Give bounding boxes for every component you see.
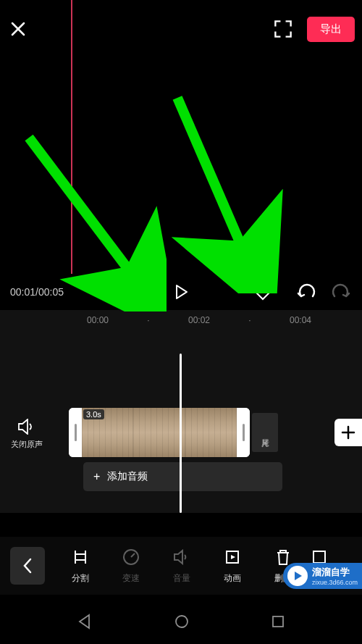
clip-thumbnails: 3.0s (82, 408, 237, 457)
watermark-url: zixue.3d66.com (312, 579, 358, 586)
clip-trim-end[interactable] (237, 408, 250, 457)
chevron-left-icon (22, 558, 33, 574)
add-keyframe-button[interactable]: + (252, 283, 274, 301)
watermark-badge: 溜溜自学 zixue.3d66.com (283, 563, 362, 589)
current-time: 00:01 (10, 286, 35, 298)
video-clip[interactable]: 3.0s (69, 408, 250, 457)
add-audio-label: 添加音频 (107, 470, 148, 483)
total-time: 00:05 (38, 286, 64, 298)
volume-tool[interactable]: 音量 (156, 548, 207, 585)
top-bar: 导出 (0, 11, 362, 47)
add-clip-button[interactable] (334, 419, 362, 446)
ruler-dot: · (123, 315, 174, 325)
add-audio-button[interactable]: + 添加音频 (83, 462, 282, 491)
mute-label: 关闭原声 (11, 439, 43, 450)
speed-icon (122, 548, 140, 566)
watermark-logo-icon (287, 566, 308, 586)
tool-label: 动画 (224, 572, 241, 585)
watermark-title: 溜溜自学 (312, 566, 358, 579)
svg-point-6 (176, 616, 188, 627)
tool-label: 分割 (72, 572, 89, 585)
undo-button[interactable] (297, 283, 317, 301)
close-icon (10, 21, 26, 37)
animation-tool[interactable]: 动画 (207, 548, 258, 585)
time-display: 00:01/00:05 (10, 286, 64, 298)
tail-clip[interactable]: 片尾 (252, 413, 278, 452)
fullscreen-button[interactable] (274, 20, 292, 38)
top-right-group: 导出 (274, 17, 355, 42)
back-button[interactable] (10, 547, 45, 585)
close-button[interactable] (7, 18, 29, 40)
player-controls: 00:01/00:05 + (0, 274, 362, 310)
split-icon (71, 548, 90, 566)
playhead[interactable] (180, 354, 182, 513)
system-nav-bar (0, 599, 362, 644)
nav-back-button[interactable] (77, 614, 93, 630)
nav-home-button[interactable] (174, 614, 190, 630)
svg-rect-5 (313, 551, 325, 563)
ruler-tick: 00:00 (72, 315, 123, 325)
split-tool[interactable]: 分割 (55, 548, 106, 585)
clip-trim-start[interactable] (69, 408, 82, 457)
animation-icon (223, 548, 242, 566)
tool-label: 音量 (173, 572, 190, 585)
delete-icon (274, 548, 292, 566)
nav-recent-button[interactable] (271, 614, 285, 629)
time-ruler: 00:00 · 00:02 · 00:04 (0, 310, 362, 330)
thumbnail (185, 408, 237, 457)
ruler-tick: 00:02 (174, 315, 224, 325)
svg-rect-7 (273, 616, 283, 627)
tool-label: 变速 (122, 572, 140, 585)
export-button[interactable]: 导出 (307, 17, 355, 42)
speed-tool[interactable]: 变速 (106, 548, 156, 585)
timeline-area[interactable]: 00:00 · 00:02 · 00:04 关闭原声 3.0s 片尾 + 添加音… (0, 310, 362, 513)
ruler-tick: 00:04 (275, 315, 326, 325)
volume-icon (172, 548, 191, 566)
speaker-icon (17, 419, 36, 435)
plus-icon: + (93, 470, 100, 483)
play-button[interactable] (172, 283, 190, 301)
plus-icon (341, 425, 355, 440)
ruler-dot: · (224, 315, 275, 325)
mute-original-button[interactable]: 关闭原声 (11, 419, 43, 450)
clip-duration-badge: 3.0s (83, 409, 104, 419)
redo-button[interactable] (330, 283, 350, 301)
thumbnail (133, 408, 185, 457)
